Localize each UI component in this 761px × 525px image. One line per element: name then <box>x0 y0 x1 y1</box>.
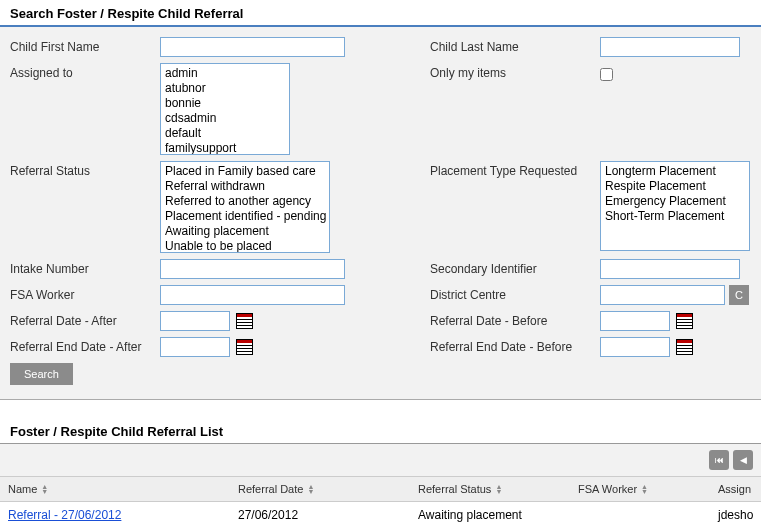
sort-icon: ▲▼ <box>495 484 502 494</box>
table-row: Referral - 27/06/201227/06/2012Awaiting … <box>0 502 761 525</box>
child-last-name-input[interactable] <box>600 37 740 57</box>
referral-status-listbox[interactable]: Placed in Family based careReferral with… <box>160 161 330 253</box>
list-item[interactable]: Short-Term Placement <box>603 209 747 224</box>
cell-referral-date: 27/06/2012 <box>230 502 410 525</box>
list-item[interactable]: familysupport <box>163 141 287 155</box>
search-button[interactable]: Search <box>10 363 73 385</box>
list-item[interactable]: Emergency Placement <box>603 194 747 209</box>
list-item[interactable]: bonnie <box>163 96 287 111</box>
district-centre-input[interactable] <box>600 285 725 305</box>
list-item[interactable]: Referred to another agency <box>163 194 327 209</box>
child-first-name-input[interactable] <box>160 37 345 57</box>
assigned-to-listbox[interactable]: adminatubnorbonniecdsadmindefaultfamilys… <box>160 63 290 155</box>
label-referral-date-after: Referral Date - After <box>10 311 160 328</box>
list-item[interactable]: Respite Placement <box>603 179 747 194</box>
col-referral-status[interactable]: Referral Status ▲▼ <box>410 477 570 501</box>
sort-icon: ▲▼ <box>307 484 314 494</box>
pager: ⏮ ◀ <box>0 444 761 476</box>
col-name-label: Name <box>8 483 37 495</box>
secondary-identifier-input[interactable] <box>600 259 740 279</box>
fsa-worker-input[interactable] <box>160 285 345 305</box>
referral-end-after-input[interactable] <box>160 337 230 357</box>
calendar-icon[interactable] <box>676 339 693 355</box>
label-referral-date-before: Referral Date - Before <box>430 311 600 328</box>
skip-back-icon: ⏮ <box>715 455 724 465</box>
label-district-centre: District Centre <box>430 285 600 302</box>
col-referral-status-label: Referral Status <box>418 483 491 495</box>
list-item[interactable]: cdsadmin <box>163 111 287 126</box>
table-header: Name ▲▼ Referral Date ▲▼ Referral Status… <box>0 476 761 502</box>
col-name[interactable]: Name ▲▼ <box>0 477 230 501</box>
label-assigned-to: Assigned to <box>10 63 160 80</box>
sort-icon: ▲▼ <box>641 484 648 494</box>
referral-date-before-input[interactable] <box>600 311 670 331</box>
list-item[interactable]: Referral withdrawn <box>163 179 327 194</box>
label-child-last-name: Child Last Name <box>430 37 600 54</box>
label-referral-status: Referral Status <box>10 161 160 178</box>
label-secondary-identifier: Secondary Identifier <box>430 259 600 276</box>
list-section-title: Foster / Respite Child Referral List <box>0 418 761 444</box>
col-referral-date[interactable]: Referral Date ▲▼ <box>230 477 410 501</box>
list-item[interactable]: default <box>163 126 287 141</box>
referral-date-after-input[interactable] <box>160 311 230 331</box>
search-form: Child First Name Child Last Name Assigne… <box>0 27 761 400</box>
col-fsa-worker-label: FSA Worker <box>578 483 637 495</box>
col-fsa-worker[interactable]: FSA Worker ▲▼ <box>570 477 710 501</box>
list-item[interactable]: Placement identified - pending <box>163 209 327 224</box>
label-intake-number: Intake Number <box>10 259 160 276</box>
calendar-icon[interactable] <box>236 313 253 329</box>
sort-icon: ▲▼ <box>41 484 48 494</box>
label-referral-end-before: Referral End Date - Before <box>430 337 600 354</box>
section-title: Search Foster / Respite Child Referral <box>0 0 761 27</box>
calendar-icon[interactable] <box>676 313 693 329</box>
col-referral-date-label: Referral Date <box>238 483 303 495</box>
list-item[interactable]: atubnor <box>163 81 287 96</box>
referral-list-section: Foster / Respite Child Referral List ⏮ ◀… <box>0 418 761 525</box>
district-centre-choose-button[interactable]: C <box>729 285 749 305</box>
label-referral-end-after: Referral End Date - After <box>10 337 160 354</box>
col-assigned[interactable]: Assign <box>710 477 761 501</box>
pager-first-button[interactable]: ⏮ <box>709 450 729 470</box>
cell-fsa-worker <box>570 502 710 525</box>
only-my-items-checkbox[interactable] <box>600 68 613 81</box>
calendar-icon[interactable] <box>236 339 253 355</box>
list-item[interactable]: Placed in Family based care <box>163 164 327 179</box>
list-item[interactable]: Unable to be placed <box>163 239 327 253</box>
col-assigned-label: Assign <box>718 483 751 495</box>
label-child-first-name: Child First Name <box>10 37 160 54</box>
label-only-my-items: Only my items <box>430 63 600 80</box>
list-item[interactable]: admin <box>163 66 287 81</box>
intake-number-input[interactable] <box>160 259 345 279</box>
pager-prev-button[interactable]: ◀ <box>733 450 753 470</box>
cell-referral-status: Awaiting placement <box>410 502 570 525</box>
list-item[interactable]: Awaiting placement <box>163 224 327 239</box>
label-fsa-worker: FSA Worker <box>10 285 160 302</box>
referral-link[interactable]: Referral - 27/06/2012 <box>8 508 121 522</box>
chevron-left-icon: ◀ <box>740 455 747 465</box>
placement-type-listbox[interactable]: Longterm PlacementRespite PlacementEmerg… <box>600 161 750 251</box>
referral-end-before-input[interactable] <box>600 337 670 357</box>
label-placement-type: Placement Type Requested <box>430 161 600 178</box>
cell-assigned: jdesho <box>710 502 761 525</box>
list-item[interactable]: Longterm Placement <box>603 164 747 179</box>
